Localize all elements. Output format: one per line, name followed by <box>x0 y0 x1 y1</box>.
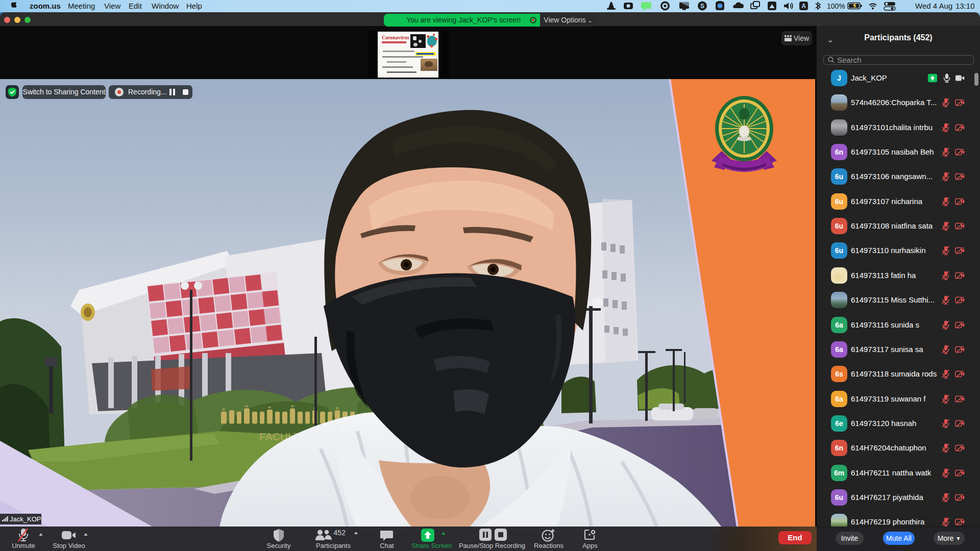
svg-text:A: A <box>801 3 806 10</box>
svg-text:S: S <box>700 3 704 10</box>
svg-text:100%: 100% <box>827 2 845 10</box>
